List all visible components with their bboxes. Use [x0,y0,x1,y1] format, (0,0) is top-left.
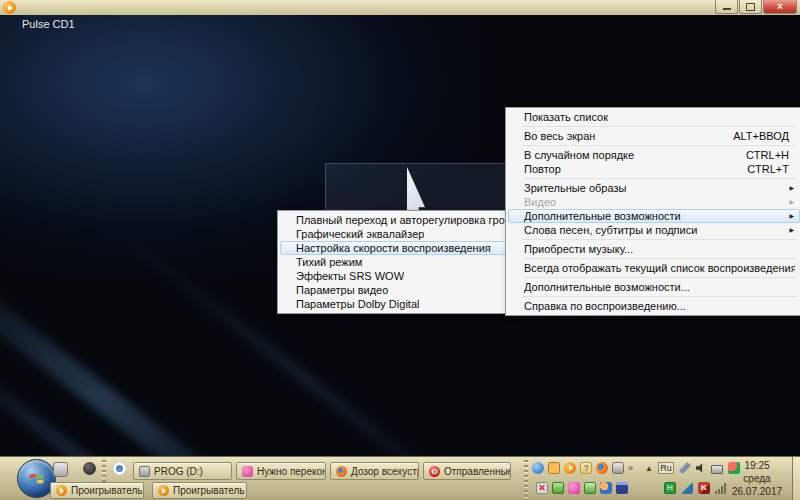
taskbar-button-label: Проигрыватель Win... [173,485,247,496]
menu-item-play-speed[interactable]: Настройка скорости воспроизведения [280,241,512,255]
toolbar-green-sync-icon[interactable] [552,482,564,494]
close-button[interactable]: × [763,0,797,14]
menu-separator [522,296,798,297]
menu-separator [522,178,798,179]
toolbar-pink-app-icon[interactable] [568,482,580,494]
toolbar-pencil-icon[interactable] [548,462,560,474]
drive-icon [139,466,150,477]
menu-item-repeat[interactable]: Повтор CTRL+T [508,162,800,176]
volume-icon[interactable] [696,463,706,474]
tray-antivirus-icon[interactable]: K [698,482,710,494]
menu-item-fullscreen[interactable]: Во весь экран ALT+ВВОД [508,129,800,143]
clock-day: среда [726,472,788,485]
clock-time: 19:25 [726,459,788,472]
taskbar: PROG (D:) Нужно переконве... Дозор всеху… [0,456,800,500]
menu-item-always-on-top[interactable]: Всегда отображать текущий список воспрои… [508,261,800,275]
menu-separator [522,239,798,240]
toolbar-blue-orange-icon[interactable] [600,482,612,494]
toolbar-wmp-icon[interactable] [564,462,576,474]
menu-item-dolby-digital[interactable]: Параметры Dolby Digital [280,297,512,311]
menu-separator [522,126,798,127]
menu-item-crossfading[interactable]: Плавный переход и авторегулировка громко… [280,213,512,227]
menu-item-visualizations[interactable]: Зрительные образы ▶ [508,181,800,195]
taskbar-button-label: Дозор всехустраив... [351,466,419,477]
shortcut-label: CTRL+T [747,162,795,176]
tray-brush-icon[interactable] [679,462,691,474]
menu-item-more-options[interactable]: Дополнительные возможности... [508,280,800,294]
toolbar-firefox-icon[interactable] [596,462,608,474]
minimize-button[interactable] [715,0,738,14]
pink-app-icon [242,466,253,477]
taskbar-button-label: Нужно переконве... [257,466,326,477]
shortcut-label: CTRL+H [746,148,795,162]
taskbar-clock[interactable]: 19:25 среда 26.07.2017 [726,459,788,498]
media-title: Pulse CD1 [22,18,75,30]
submenu-arrow-icon: ▶ [789,181,795,195]
menu-item-equalizer[interactable]: Графический эквалайзер [280,227,512,241]
menu-item-quiet-mode[interactable]: Тихий режим [280,255,512,269]
taskbar-button-wmp-1[interactable]: Проигрыватель Win... [50,482,144,499]
menu-item-srs-wow[interactable]: Эффекты SRS WOW [280,269,512,283]
taskbar-button-label: Проигрыватель Win... [71,485,144,496]
windows-flag-icon [28,470,45,487]
menu-item-video-settings[interactable]: Параметры видео [280,283,512,297]
opera-mail-icon: O [429,466,440,477]
toolbar-overflow-chevron[interactable]: » [628,463,633,473]
desktop-screen: × Pulse CD1 Плавный переход и авторегули… [0,0,800,500]
clock-date: 26.07.2017 [726,485,788,498]
network-signal-icon[interactable] [715,483,726,494]
show-hidden-icons-button[interactable]: ▲ [645,464,653,473]
menu-item-buy-music[interactable]: Приобрести музыку... [508,242,800,256]
toolbar-display-icon[interactable] [612,462,624,474]
menu-item-playback-help[interactable]: Справка по воспроизведению... [508,299,800,313]
enhancements-submenu: Плавный переход и авторегулировка громко… [277,210,515,314]
tray-green-h-icon[interactable]: H [664,482,676,494]
menu-separator [522,277,798,278]
taskbar-button-converter[interactable]: Нужно переконве... [236,462,326,480]
firefox-icon [336,466,347,477]
wmp-app-icon [3,1,16,14]
submenu-arrow-icon: ▶ [789,223,795,237]
menu-separator [522,145,798,146]
wmp-icon [158,485,169,496]
quicklaunch-dark-app-icon[interactable] [83,462,96,475]
language-indicator[interactable]: Ru [658,462,674,474]
playback-context-menu: Показать список Во весь экран ALT+ВВОД В… [505,107,800,316]
toolbar-green-app-icon[interactable] [584,482,596,494]
taskbar-button-label: Отправленные - О... [444,466,511,477]
toolbar-save-icon[interactable] [616,482,628,494]
menu-item-enhancements[interactable]: Дополнительные возможности ▶ [508,209,800,223]
menu-separator [522,258,798,259]
window-titlebar[interactable]: × [0,0,800,16]
caption-buttons: × [715,0,797,14]
toolbar-folder-help-icon[interactable]: ? [580,462,592,474]
toolbar-ie-icon[interactable] [532,462,544,474]
menu-item-video: Видео ▶ [508,195,800,209]
quicklaunch-chrome-icon[interactable] [113,462,126,475]
show-desktop-button[interactable] [792,457,800,500]
tray-blue-swoosh-icon[interactable] [681,482,693,494]
menu-item-shuffle[interactable]: В случайном порядке CTRL+H [508,148,800,162]
wmp-icon [56,485,67,496]
menu-item-show-list[interactable]: Показать список [508,110,800,124]
quicklaunch-app-icon[interactable] [53,462,68,477]
submenu-arrow-icon: ▶ [789,209,795,223]
toolbar-red-x-icon[interactable]: ✕ [536,482,548,494]
taskbar-button-wmp-2[interactable]: Проигрыватель Win... [152,482,247,499]
toolbar-grip[interactable] [524,460,528,498]
taskbar-button-firefox[interactable]: Дозор всехустраив... [330,462,419,480]
restore-button[interactable] [739,0,762,14]
shortcut-label: ALT+ВВОД [733,129,795,143]
submenu-arrow-icon: ▶ [789,195,795,209]
printer-icon[interactable] [711,465,723,474]
menu-item-lyrics[interactable]: Слова песен, субтитры и подписи ▶ [508,223,800,237]
taskbar-button-mail-sent[interactable]: O Отправленные - О... [423,462,511,480]
taskbar-button-label: PROG (D:) [154,466,203,477]
taskbar-button-explorer-prog[interactable]: PROG (D:) [133,462,232,480]
